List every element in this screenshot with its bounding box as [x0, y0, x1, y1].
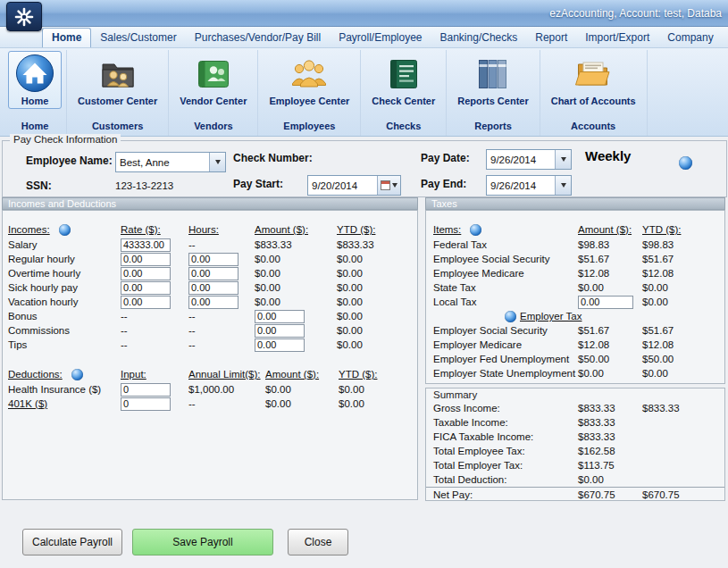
rate-column-header: Rate ($): [121, 224, 188, 235]
summary-row-label: Net Pay: [433, 489, 578, 500]
deductions-info-globe-icon[interactable] [71, 369, 83, 380]
paycheck-info-section: Pay Check Information Employee Name: Bes… [2, 140, 727, 197]
menu-tab-help[interactable]: Help [723, 29, 728, 47]
health-insurance-ytd: $0.00 [339, 384, 417, 395]
income-row-label: Sick hourly pay [8, 282, 121, 293]
income-row-regular-hourly: Regular hourly$0.00$0.00 [3, 252, 417, 266]
vacation-hourly-rate-input[interactable] [121, 296, 171, 309]
toolbar-item-sublabel: Reports [474, 121, 512, 134]
summary-row-label: Total Employee Tax: [433, 446, 578, 456]
overtime-hourly-hours-input[interactable] [188, 267, 238, 280]
tax-row-state-tax: State Tax$0.00$0.00 [426, 280, 724, 295]
paycheck-section-title: Pay Check Information [10, 134, 121, 145]
paycheck-info-globe-icon[interactable] [679, 156, 692, 170]
401k-annual-limit: -- [188, 398, 265, 409]
bonus-ytd: $0.00 [337, 311, 417, 322]
incomes-column-header: Incomes: [8, 224, 121, 236]
health-insurance-input-input[interactable] [121, 383, 171, 397]
vacation-hourly-hours-input[interactable] [188, 296, 238, 309]
commissions-amount-input[interactable] [255, 324, 305, 338]
federal-tax-amount: $98.83 [578, 239, 642, 250]
deductions-rows: Health Insurance ($)$1,000.00$0.00$0.004… [3, 382, 417, 411]
ssn-label: SSN: [26, 180, 52, 192]
tips-amount-input[interactable] [255, 338, 305, 352]
local-tax-amount-input[interactable] [578, 296, 633, 309]
sick-hourly-pay-hours-input[interactable] [188, 281, 238, 295]
summary-amount: $833.33 [578, 417, 642, 428]
summary-row-total-employee-tax: Total Employee Tax:$162.58 [426, 444, 724, 458]
ded-amount-column-header: Amount ($): [265, 369, 339, 380]
employee-name-label: Employee Name: [26, 155, 113, 167]
menu-tab-sales-customer[interactable]: Sales/Customer [91, 29, 185, 47]
check-center-icon [383, 53, 424, 94]
pay-date-chevron-down-icon [555, 150, 571, 169]
calculate-payroll-button[interactable]: Calculate Payroll [22, 529, 122, 555]
toolbar-item-check-center[interactable]: Check CenterChecks [361, 50, 447, 136]
commissions-hours: -- [188, 325, 255, 336]
toolbar-item-chart-of-accounts[interactable]: Chart of AccountsAccounts [540, 50, 648, 136]
summary-panel: Summary Gross Income:$833.33$833.33Taxab… [425, 388, 725, 501]
incomes-info-globe-icon[interactable] [59, 224, 71, 236]
state-tax-ytd: $0.00 [642, 282, 724, 293]
income-row-label: Overtime hourly [8, 268, 121, 279]
tax-row-employer-fed-unemployment: Employer Fed Unemployment$50.00$50.00 [426, 352, 724, 366]
pay-start-datepicker[interactable]: 9/20/2014 [307, 175, 401, 196]
summary-row-label: Total Employer Tax: [433, 460, 578, 471]
employee-name-select[interactable]: Best, Anne [115, 152, 226, 172]
commissions-rate: -- [121, 325, 188, 336]
toolbar-item-label: Reports Center [457, 96, 528, 106]
tips-rate: -- [121, 339, 188, 350]
menu-tab-payroll-employee[interactable]: Payroll/Employee [330, 29, 431, 47]
regular-hourly-rate-input[interactable] [121, 253, 171, 266]
toolbar-item-employee-center[interactable]: Employee CenterEmployees [258, 50, 361, 136]
regular-hourly-hours-input[interactable] [188, 253, 238, 266]
tax-row-employer-medicare: Employer Medicare$12.08$12.08 [426, 338, 724, 352]
reports-center-icon [473, 53, 514, 94]
tax-row-label: Employee Medicare [433, 268, 578, 279]
ded-ytd-column-header: YTD ($): [339, 369, 417, 380]
pay-end-select[interactable]: 9/26/2014 [486, 175, 572, 196]
summary-rows: Gross Income:$833.33$833.33Taxable Incom… [426, 401, 724, 502]
menu-tab-home[interactable]: Home [42, 28, 91, 47]
employee-name-value: Best, Anne [116, 157, 209, 168]
toolbar: HomeHome Customer CenterCustomers Vendor… [0, 48, 728, 137]
taxes-info-globe-icon[interactable] [470, 224, 481, 236]
toolbar-item-home[interactable]: HomeHome [4, 50, 67, 136]
summary-row-label: Gross Income: [433, 403, 578, 413]
menu-tab-import-export[interactable]: Import/Export [576, 29, 658, 47]
save-payroll-button[interactable]: Save Payroll [132, 529, 273, 555]
menu-tab-purchases-vendor-pay-bill[interactable]: Purchases/Vendor/Pay Bill [186, 29, 330, 47]
tax-row-label: Local Tax [433, 297, 578, 307]
commissions-ytd: $0.00 [337, 325, 417, 336]
toolbar-item-customer-center[interactable]: Customer CenterCustomers [67, 50, 169, 136]
menu-tab-report[interactable]: Report [526, 29, 576, 47]
income-row-overtime-hourly: Overtime hourly$0.00$0.00 [3, 266, 417, 280]
bonus-amount-input[interactable] [255, 310, 305, 323]
income-row-label: Bonus [8, 311, 121, 322]
overtime-hourly-rate-input[interactable] [121, 267, 171, 280]
401k-input-input[interactable] [121, 397, 171, 411]
employer-state-unemployment-ytd: $0.00 [642, 368, 724, 379]
summary-row-label: FICA Taxable Income: [433, 431, 578, 442]
app-logo-icon[interactable] [6, 2, 42, 31]
pay-date-select[interactable]: 9/26/2014 [486, 149, 572, 170]
tax-row-label: Employer Social Security [433, 325, 578, 336]
menu-tab-banking-checks[interactable]: Banking/Checks [431, 29, 527, 47]
close-button[interactable]: Close [288, 529, 348, 555]
employer-tax-label: Employer Tax [520, 311, 582, 322]
summary-row-gross-income: Gross Income:$833.33$833.33 [426, 401, 724, 415]
toolbar-item-reports-center[interactable]: Reports CenterReports [447, 50, 540, 136]
sick-hourly-pay-rate-input[interactable] [121, 281, 171, 295]
chevron-down-icon [209, 153, 225, 171]
pay-date-label: Pay Date: [421, 152, 470, 164]
menu-tab-company[interactable]: Company [658, 29, 722, 47]
salary-ytd: $833.33 [337, 239, 417, 250]
toolbar-item-label: Customer Center [78, 96, 157, 106]
employer-fed-unemployment-ytd: $50.00 [642, 354, 724, 364]
bonus-rate: -- [121, 311, 188, 322]
salary-rate-input[interactable] [121, 238, 171, 252]
employer-tax-globe-icon[interactable] [505, 311, 516, 322]
tax-row-employee-medicare: Employee Medicare$12.08$12.08 [426, 266, 724, 280]
tax-row-label: State Tax [433, 282, 578, 293]
toolbar-item-vendor-center[interactable]: Vendor CenterVendors [169, 50, 258, 136]
